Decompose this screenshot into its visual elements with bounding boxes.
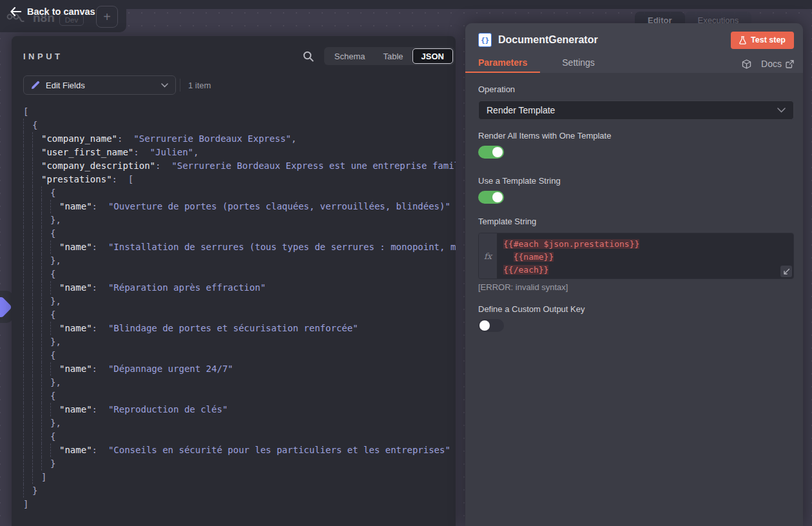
json-line: },	[23, 416, 456, 430]
expand-editor-icon	[783, 268, 790, 275]
node-title[interactable]: DocumentGenerator	[498, 34, 731, 46]
render-all-toggle[interactable]	[478, 146, 504, 159]
operation-select[interactable]: Render Template	[478, 101, 794, 120]
input-panel: INPUT Schema Table JSON Edit Fields 1 it…	[12, 36, 456, 526]
json-line: },	[23, 335, 456, 349]
json-line: {	[23, 119, 456, 132]
input-panel-title: INPUT	[23, 52, 63, 61]
json-line: }	[23, 484, 456, 498]
node-panel-tabs: Parameters Settings Docs	[465, 55, 794, 73]
expression-gutter: fx	[479, 233, 497, 278]
json-line: }	[23, 457, 456, 471]
tab-json[interactable]: JSON	[412, 48, 453, 64]
use-template-label: Use a Template String	[478, 176, 794, 186]
docs-link[interactable]: Docs	[761, 59, 794, 69]
json-line: [	[23, 105, 456, 119]
node-parameters-body: Operation Render Template Render All Ite…	[465, 73, 803, 526]
input-node-label: Edit Fields	[46, 81, 155, 90]
node-panel-header-actions: Docs	[742, 59, 794, 69]
template-line: {{/each}}	[503, 264, 787, 277]
json-line: },	[23, 376, 456, 389]
view-mode-switch: Schema Table JSON	[324, 47, 454, 65]
input-panel-header: INPUT Schema Table JSON	[23, 46, 454, 66]
json-line: ]	[23, 471, 456, 484]
json-line: },	[23, 254, 456, 268]
add-node-button[interactable]: +	[96, 6, 118, 28]
node-panel-header: {} DocumentGenerator Test step Parameter…	[465, 23, 803, 73]
render-all-label: Render All Items with One Template	[478, 131, 794, 141]
custom-output-key-toggle[interactable]	[478, 319, 504, 332]
operation-label: Operation	[478, 84, 794, 95]
divider	[180, 79, 180, 92]
document-node-icon: {}	[478, 33, 492, 47]
node-title-row: {} DocumentGenerator Test step	[478, 31, 794, 49]
test-step-button[interactable]: Test step	[731, 32, 794, 49]
input-source-row: Edit Fields 1 item	[23, 75, 211, 95]
json-line: {	[23, 186, 456, 200]
json-viewer: [{"company_name": "Serrurerie Bordeaux E…	[23, 105, 456, 526]
json-line: {	[23, 389, 456, 403]
json-line: "company_name": "Serrurerie Bordeaux Exp…	[23, 132, 456, 146]
tab-settings[interactable]: Settings	[549, 55, 608, 73]
template-string-label: Template String	[478, 217, 794, 227]
tab-table[interactable]: Table	[374, 48, 412, 64]
template-line: {{#each $json.prestations}}	[503, 238, 787, 251]
json-line: "company_description": "Serrurerie Borde…	[23, 159, 456, 173]
docs-label: Docs	[761, 59, 782, 69]
flask-icon	[739, 36, 746, 44]
json-line: "name": "Conseils en sécurité pour les p…	[23, 443, 456, 457]
external-link-icon	[786, 60, 794, 68]
cube-icon	[742, 59, 751, 69]
tab-schema[interactable]: Schema	[325, 48, 374, 64]
expand-editor-button[interactable]	[780, 266, 792, 277]
custom-output-key-label: Define a Custom Output Key	[478, 304, 794, 315]
json-line: {	[23, 349, 456, 362]
search-icon[interactable]	[303, 51, 314, 62]
input-panel-controls: Schema Table JSON	[303, 47, 454, 65]
input-node-selector[interactable]: Edit Fields	[23, 75, 176, 95]
use-template-toggle[interactable]	[478, 191, 504, 204]
chevron-down-icon	[161, 83, 168, 88]
json-line: {	[23, 430, 456, 443]
json-line: "user_first_name": "Julien",	[23, 146, 456, 159]
json-line: },	[23, 295, 456, 308]
toggle-knob	[492, 147, 503, 157]
template-string-editor[interactable]: fx {{#each $json.prestations}} {{name}}{…	[478, 233, 794, 279]
pencil-icon	[31, 81, 40, 90]
toggle-knob	[479, 320, 490, 331]
json-line: },	[23, 213, 456, 227]
items-count: 1 item	[188, 81, 211, 90]
node-detail-panel: {} DocumentGenerator Test step Parameter…	[465, 23, 803, 526]
template-error-text: [ERROR: invalid syntax]	[478, 283, 794, 292]
json-line: "prestations": [	[23, 173, 456, 186]
tab-parameters[interactable]: Parameters	[465, 55, 540, 73]
json-line: "name": "Ouverture de portes (portes cla…	[23, 200, 456, 213]
json-line: {	[23, 227, 456, 240]
json-line: "name": "Dépannage urgent 24/7"	[23, 362, 456, 376]
canvas-node-peek[interactable]	[0, 291, 13, 323]
back-arrow-icon	[10, 7, 21, 16]
template-line: {{name}}	[503, 251, 787, 264]
back-to-canvas-label: Back to canvas	[27, 6, 95, 17]
json-line: "name": "Blindage de portes et sécurisat…	[23, 322, 456, 335]
json-line: "name": "Installation de serrures (tous …	[23, 240, 456, 254]
json-line: ]	[23, 498, 456, 511]
toggle-knob	[492, 192, 503, 202]
operation-value: Render Template	[487, 105, 555, 115]
back-to-canvas-link[interactable]: Back to canvas	[10, 6, 95, 17]
template-code[interactable]: {{#each $json.prestations}} {{name}}{{/e…	[497, 233, 793, 278]
json-line: "name": "Réparation après effraction"	[23, 281, 456, 295]
json-line: {	[23, 308, 456, 322]
test-step-label: Test step	[751, 35, 786, 44]
node-diamond-icon	[0, 296, 12, 318]
chevron-down-icon	[777, 108, 786, 113]
json-line: {	[23, 268, 456, 281]
json-line: "name": "Reproduction de clés"	[23, 403, 456, 416]
